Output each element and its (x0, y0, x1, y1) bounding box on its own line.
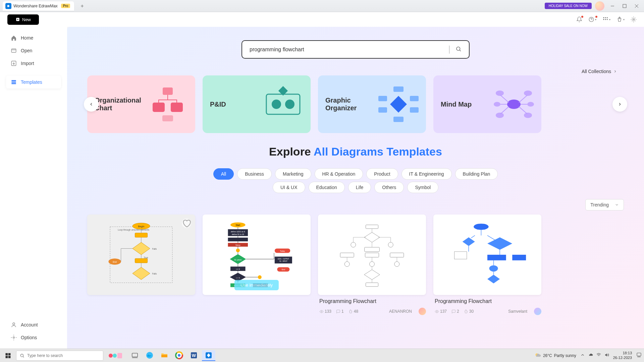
category-filter-row: All Business Marketing HR & Operation Pr… (87, 168, 624, 180)
category-pill[interactable]: Symbol (407, 182, 438, 193)
minimize-button[interactable] (608, 1, 617, 11)
svg-point-34 (496, 90, 504, 96)
explorer-icon[interactable] (158, 350, 171, 361)
favorite-icon[interactable] (182, 219, 191, 228)
sidebar-label: Options (21, 335, 37, 340)
content-area: All Collections Organizational Chart P&I… (67, 27, 644, 349)
edrawmax-taskbar-icon[interactable] (202, 350, 215, 361)
svg-point-15 (13, 323, 15, 325)
category-pill[interactable]: Business (237, 168, 272, 180)
svg-point-8 (607, 19, 608, 20)
apps-icon[interactable]: ▾ (602, 16, 610, 22)
collection-card-pid[interactable]: P&ID (203, 75, 311, 133)
use-immediately-button[interactable]: Use immediately (234, 280, 279, 290)
svg-point-37 (527, 102, 534, 107)
svg-point-90 (394, 261, 399, 266)
sidebar-item-account[interactable]: Account (6, 318, 61, 331)
collection-card-mind-map[interactable]: Mind Map (433, 75, 541, 133)
svg-rect-22 (266, 94, 300, 114)
collection-card-org-chart[interactable]: Organizational Chart (87, 75, 195, 133)
category-pill[interactable]: IT & Engineering (401, 168, 452, 180)
category-pill[interactable]: Education (309, 182, 345, 193)
sidebar-item-open[interactable]: Open (6, 44, 61, 57)
shop-icon[interactable]: ▾ (616, 16, 625, 22)
sidebar-label: Account (21, 322, 38, 327)
svg-point-94 (474, 224, 489, 230)
sidebar-item-templates[interactable]: Templates (6, 76, 61, 88)
help-icon[interactable]: ▾ (588, 16, 596, 22)
taskbar-widget-icon[interactable] (105, 350, 126, 361)
svg-rect-58 (228, 238, 248, 241)
svg-text:define S1 is 10: define S1 is 10 (232, 233, 244, 235)
svg-rect-87 (390, 253, 404, 257)
chrome-icon[interactable] (172, 350, 186, 361)
user-avatar[interactable] (595, 1, 604, 11)
category-pill[interactable]: UI & UX (273, 182, 305, 193)
svg-marker-44 (132, 242, 150, 255)
template-card[interactable]: Begin End Loop through unsorted elements… (87, 215, 195, 315)
category-pill[interactable]: HR & Operation (315, 168, 363, 180)
svg-text:W: W (192, 353, 196, 358)
start-button[interactable] (2, 350, 14, 361)
pid-icon (263, 86, 303, 123)
all-collections-link[interactable]: All Collections (582, 69, 617, 74)
svg-rect-12 (11, 80, 16, 81)
category-pill[interactable]: Others (374, 182, 404, 193)
carousel-next-button[interactable] (612, 97, 627, 112)
search-input[interactable] (250, 47, 443, 53)
taskview-icon[interactable] (128, 350, 142, 361)
wifi-icon[interactable] (596, 353, 601, 358)
sidebar-item-home[interactable]: Home (6, 32, 61, 44)
svg-rect-13 (11, 82, 16, 83)
svg-rect-32 (410, 107, 419, 113)
volume-icon[interactable] (604, 353, 609, 358)
collection-card-graphic-organizer[interactable]: Graphic Organizer (318, 75, 426, 133)
edge-icon[interactable] (143, 350, 156, 361)
svg-rect-30 (378, 107, 387, 113)
svg-rect-123 (637, 353, 641, 356)
svg-rect-21 (162, 115, 173, 121)
close-button[interactable] (632, 1, 641, 11)
svg-point-93 (321, 311, 322, 312)
category-pill[interactable]: Building Plan (455, 168, 498, 180)
windows-taskbar: W 26°C Partly sunny 18:13 26-12-2023 (0, 349, 644, 362)
notification-icon[interactable] (576, 16, 582, 22)
svg-rect-27 (393, 86, 404, 92)
taskbar-clock[interactable]: 18:13 26-12-2023 (613, 351, 632, 360)
category-pill[interactable]: Marketing (275, 168, 311, 180)
weather-widget[interactable]: 26°C Partly sunny (534, 352, 576, 359)
template-card[interactable]: Start define LED1 as 6define S1 is 10 Se… (203, 215, 311, 315)
category-pill[interactable]: Product (366, 168, 398, 180)
new-button[interactable]: New (7, 14, 39, 25)
sort-dropdown[interactable]: Trending (585, 199, 624, 210)
holiday-sale-badge[interactable]: HOLIDAY SALE ON NOW (545, 3, 592, 9)
sidebar-item-options[interactable]: Options (6, 331, 61, 344)
author-avatar-icon (534, 308, 541, 315)
new-tab-button[interactable] (78, 2, 86, 10)
word-icon[interactable]: W (187, 350, 201, 361)
taskbar-search[interactable] (16, 351, 103, 361)
settings-icon[interactable] (631, 16, 637, 22)
svg-text:Loop through unsorted elements: Loop through unsorted elements (118, 229, 149, 231)
taskbar-search-input[interactable] (27, 353, 100, 358)
carousel-prev-button[interactable] (84, 97, 99, 112)
svg-rect-97 (454, 252, 467, 259)
toolbar: New ▾ ▾ ▾ (0, 12, 644, 27)
action-center-icon[interactable] (636, 352, 642, 359)
tray-expand-icon[interactable] (580, 353, 585, 358)
template-card[interactable]: Programming Flowchart 133 1 48 AENANRON (318, 215, 426, 315)
svg-point-23 (272, 100, 281, 109)
search-button[interactable] (455, 46, 462, 53)
category-pill[interactable]: Life (348, 182, 371, 193)
svg-rect-19 (153, 103, 165, 112)
template-card[interactable]: Programming Flowchart 137 2 30 Samvelant (433, 215, 541, 315)
pro-badge: Pro (61, 4, 70, 8)
maximize-button[interactable] (620, 1, 629, 11)
app-tab[interactable]: Wondershare EdrawMax Pro (3, 1, 74, 11)
onedrive-icon[interactable] (588, 353, 593, 358)
sidebar-item-import[interactable]: Import (6, 57, 61, 70)
svg-point-16 (13, 337, 15, 339)
help-dot-icon (595, 16, 597, 18)
category-pill-all[interactable]: All (213, 168, 234, 180)
svg-rect-0 (623, 4, 626, 8)
